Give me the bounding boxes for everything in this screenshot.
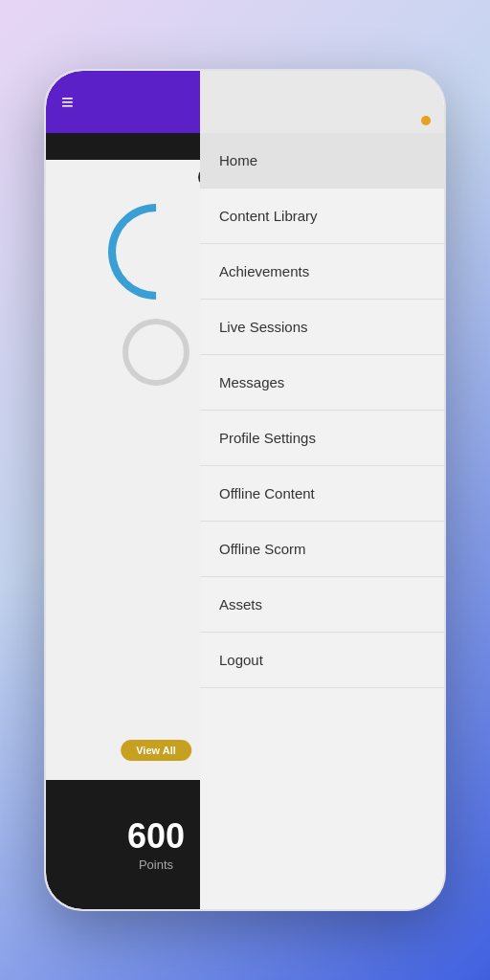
drawer-header — [200, 71, 444, 133]
menu-item-offline-scorm[interactable]: Offline Scorm — [200, 522, 444, 577]
menu-item-label-content-library: Content Library — [219, 208, 318, 224]
phone-shell: ≡ Total 8 View All 600 Points — [44, 69, 446, 911]
menu-item-home[interactable]: Home — [200, 133, 444, 189]
menu-item-profile-settings[interactable]: Profile Settings — [200, 411, 444, 466]
menu-item-label-home: Home — [219, 152, 257, 168]
hamburger-icon[interactable]: ≡ — [61, 90, 76, 115]
drawer-panel: HomeContent LibraryAchievementsLive Sess… — [200, 71, 444, 909]
menu-item-assets[interactable]: Assets — [200, 577, 444, 633]
phone-inner: ≡ Total 8 View All 600 Points — [46, 71, 444, 909]
small-circle — [122, 319, 189, 386]
menu-item-messages[interactable]: Messages — [200, 355, 444, 411]
menu-item-label-achievements: Achievements — [219, 263, 309, 279]
menu-item-label-profile-settings: Profile Settings — [219, 430, 316, 446]
menu-item-label-assets: Assets — [219, 596, 262, 612]
menu-item-label-live-sessions: Live Sessions — [219, 319, 308, 335]
menu-item-label-logout: Logout — [219, 652, 263, 668]
menu-item-logout[interactable]: Logout — [200, 633, 444, 688]
menu-item-live-sessions[interactable]: Live Sessions — [200, 300, 444, 355]
menu-item-achievements[interactable]: Achievements — [200, 244, 444, 300]
view-all-button[interactable]: View All — [121, 740, 191, 761]
menu-item-content-library[interactable]: Content Library — [200, 189, 444, 244]
menu-item-label-messages: Messages — [219, 374, 284, 390]
menu-item-label-offline-content: Offline Content — [219, 485, 315, 501]
menu-item-offline-content[interactable]: Offline Content — [200, 466, 444, 522]
menu-item-label-offline-scorm: Offline Scorm — [219, 541, 306, 557]
points-number: 600 — [127, 817, 185, 856]
points-label: Points — [139, 858, 173, 872]
notification-dot — [421, 116, 431, 125]
drawer-menu: HomeContent LibraryAchievementsLive Sess… — [200, 133, 444, 909]
